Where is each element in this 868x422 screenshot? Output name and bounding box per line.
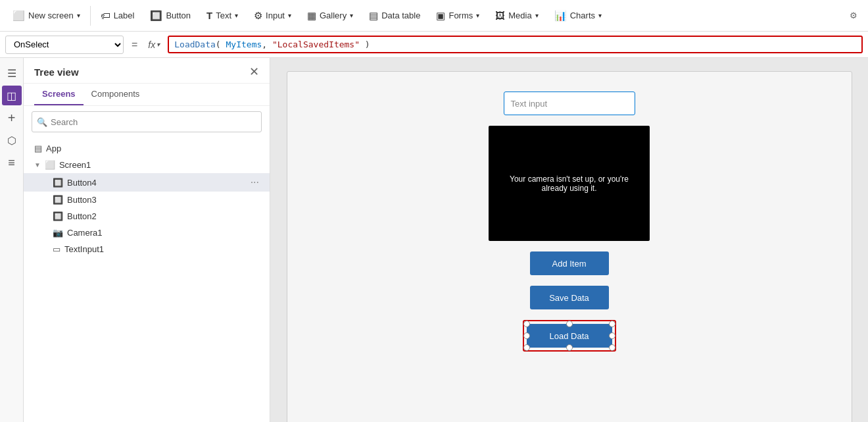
textinput1-label: TextInput1: [64, 244, 259, 254]
sidebar-icon-variables[interactable]: ≡: [2, 153, 22, 172]
media-icon: 🖼: [495, 10, 505, 21]
camera1-label: Camera1: [67, 228, 259, 238]
tree-item-textinput1[interactable]: ▭ TextInput1: [24, 241, 270, 257]
fx-label: fx: [148, 40, 155, 50]
app-label: App: [46, 144, 259, 153]
text-icon: T: [206, 10, 212, 21]
main-layout: ☰ ◫ + ⬡ ≡ Tree view ✕ Screens Components…: [0, 58, 868, 422]
button3-label: Button3: [67, 195, 259, 205]
gallery-label: Gallery: [320, 11, 347, 20]
tree-search: 🔍: [32, 111, 262, 132]
new-screen-icon: ⬜: [12, 10, 25, 22]
data-table-label: Data table: [381, 11, 420, 20]
tree-item-button2[interactable]: 🔲 Button2: [24, 208, 270, 224]
handle-tl[interactable]: [523, 321, 530, 327]
tree-item-button4[interactable]: 🔲 Button4 ···: [24, 173, 270, 192]
textinput1-icon: ▭: [53, 244, 60, 254]
fx-chevron: ▾: [157, 41, 160, 48]
toolbar-gallery[interactable]: ▦ Gallery ▾: [300, 6, 360, 26]
camera-control: Your camera isn't set up, or you're alre…: [489, 126, 650, 241]
toolbar-data-table[interactable]: ▤ Data table: [362, 6, 427, 26]
toolbar-new-screen[interactable]: ⬜ New screen ▾: [5, 6, 87, 26]
handle-bm[interactable]: [566, 344, 573, 351]
handle-mr[interactable]: [609, 332, 615, 339]
toolbar-media[interactable]: 🖼 Media ▾: [488, 6, 545, 25]
app-icon: ▤: [34, 144, 42, 153]
data-table-icon: ▤: [369, 10, 378, 22]
tree-header: Tree view ✕: [24, 58, 270, 84]
label-icon: 🏷: [101, 10, 110, 21]
sidebar-icon-hamburger[interactable]: ☰: [2, 63, 22, 83]
input-chevron: ▾: [288, 12, 291, 19]
input-icon: ⚙: [254, 10, 262, 22]
toolbar-charts[interactable]: 📊 Charts ▾: [547, 6, 609, 26]
load-data-selection: Load Data: [523, 320, 616, 352]
handle-tr[interactable]: [609, 321, 615, 327]
text-chevron: ▾: [235, 12, 238, 19]
media-chevron: ▾: [535, 12, 539, 19]
tree-body: ▤ App ▼ ⬜ Screen1 🔲 Button4 ··· 🔲 Button…: [24, 138, 270, 422]
tree-tabs: Screens Components: [24, 84, 270, 106]
gallery-chevron: ▾: [350, 12, 353, 19]
handle-tm[interactable]: [566, 321, 573, 327]
handle-br[interactable]: [609, 344, 615, 351]
toolbar-text[interactable]: T Text ▾: [199, 6, 245, 25]
load-data-inner: Load Data: [527, 324, 612, 348]
sidebar-icon-data[interactable]: ⬡: [2, 130, 22, 150]
tree-item-screen1[interactable]: ▼ ⬜ Screen1: [24, 157, 270, 173]
formula-bar: OnSelect = fx ▾ LoadData( MyItems, "Loca…: [0, 32, 868, 58]
toolbar-settings[interactable]: ⚙: [844, 7, 863, 24]
add-item-button[interactable]: Add Item: [530, 251, 609, 275]
charts-label: Charts: [570, 11, 595, 20]
button3-icon: 🔲: [53, 195, 63, 205]
media-label: Media: [508, 11, 531, 20]
button2-icon: 🔲: [53, 211, 63, 221]
formula-property-select[interactable]: OnSelect: [5, 36, 124, 54]
toolbar-label[interactable]: 🏷 Label: [93, 6, 142, 25]
text-input-placeholder: Text input: [511, 99, 548, 109]
save-data-button[interactable]: Save Data: [530, 286, 609, 309]
forms-chevron: ▾: [476, 12, 479, 19]
text-label: Text: [216, 11, 231, 20]
toolbar-input[interactable]: ⚙ Input ▾: [247, 6, 299, 26]
gallery-icon: ▦: [307, 10, 316, 22]
sidebar-icon-add[interactable]: +: [2, 108, 22, 128]
tree-title: Tree view: [34, 66, 79, 78]
search-input[interactable]: [32, 111, 262, 132]
screen1-icon: ⬜: [45, 160, 55, 170]
tab-screens[interactable]: Screens: [34, 84, 84, 105]
button4-label: Button4: [67, 178, 247, 188]
sidebar-icon-layers[interactable]: ◫: [2, 86, 22, 105]
button4-more-button[interactable]: ···: [251, 176, 259, 188]
new-screen-chevron: ▾: [77, 12, 80, 19]
formula-content: LoadData( MyItems, "LocalSavedItems" ): [174, 40, 370, 49]
camera-message: Your camera isn't set up, or you're alre…: [489, 174, 650, 193]
tree-close-button[interactable]: ✕: [249, 66, 259, 78]
handle-ml[interactable]: [523, 332, 530, 339]
left-sidebar: ☰ ◫ + ⬡ ≡: [0, 58, 24, 422]
canvas-frame: Text input Your camera isn't set up, or …: [287, 71, 852, 422]
formula-fx-button[interactable]: fx ▾: [145, 40, 162, 50]
tree-item-button3[interactable]: 🔲 Button3: [24, 192, 270, 208]
new-screen-label: New screen: [28, 11, 74, 20]
button2-label: Button2: [67, 211, 259, 221]
text-input-control[interactable]: Text input: [504, 92, 635, 115]
formula-equals: =: [129, 39, 140, 51]
tree-item-app[interactable]: ▤ App: [24, 140, 270, 157]
toolbar-forms[interactable]: ▣ Forms ▾: [429, 6, 487, 26]
forms-icon: ▣: [436, 10, 445, 22]
screen1-label: Screen1: [59, 160, 259, 170]
button4-icon: 🔲: [53, 178, 63, 188]
label-label: Label: [114, 11, 135, 20]
handle-bl[interactable]: [523, 344, 530, 351]
camera1-icon: 📷: [53, 228, 63, 238]
divider-1: [90, 6, 91, 26]
search-icon: 🔍: [37, 117, 47, 127]
canvas-area: Text input Your camera isn't set up, or …: [270, 58, 868, 422]
tree-item-camera1[interactable]: 📷 Camera1: [24, 224, 270, 241]
toolbar: ⬜ New screen ▾ 🏷 Label 🔲 Button T Text ▾…: [0, 0, 868, 32]
tab-components[interactable]: Components: [84, 84, 148, 105]
toolbar-button[interactable]: 🔲 Button: [143, 6, 198, 26]
formula-input[interactable]: LoadData( MyItems, "LocalSavedItems" ): [168, 36, 863, 53]
forms-label: Forms: [448, 11, 473, 20]
